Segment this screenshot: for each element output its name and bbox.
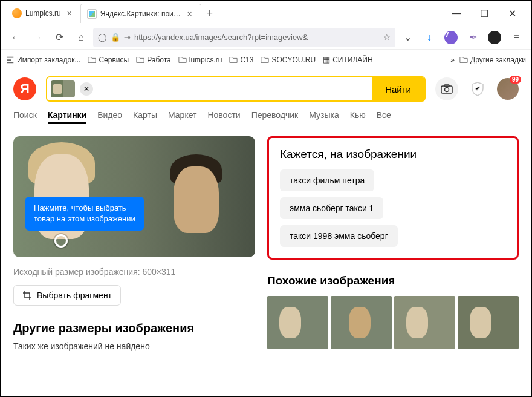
tooltip-line: Нажмите, чтобы выбрать [34,203,135,214]
minimize-button[interactable]: — [443,4,470,23]
nav-market[interactable]: Маркет [168,110,196,124]
nav-images[interactable]: Картинки [48,110,86,124]
similar-image-result[interactable] [331,296,392,349]
similar-image-result[interactable] [458,296,519,349]
tooltip-line: товар на этом изображении [34,214,135,225]
url-text: https://yandex.ua/images/search?rpt=imag… [134,33,380,42]
forward-button[interactable]: → [28,28,47,47]
nav-maps[interactable]: Карты [133,110,157,124]
bm-label: SOCYOU.RU [271,56,316,64]
page-content: Я ✕ Найти 99 Поиск Картинки Видео Карты … [1,70,531,396]
other-sizes-title: Другие размеры изображения [13,321,255,335]
bookmark-folder[interactable]: Сервисы [88,56,129,64]
search-button[interactable]: Найти [372,77,424,100]
similar-title: Похожие изображения [267,274,519,287]
service-nav: Поиск Картинки Видео Карты Маркет Новост… [13,110,519,124]
suggestion-chip[interactable]: такси фильм петра [280,169,374,191]
similar-images-section: Похожие изображения [267,274,519,349]
bookmark-item[interactable]: ▦СИТИЛАЙН [323,55,372,64]
uploaded-image-preview[interactable]: Нажмите, чтобы выбрать товар на этом изо… [13,136,255,257]
suggestion-chip[interactable]: эмма сьоберг такси 1 [280,197,383,219]
bookmark-folder[interactable]: SOCYOU.RU [261,56,316,64]
nav-translate[interactable]: Переводчик [251,110,299,124]
menu-icon[interactable]: ≡ [507,28,526,47]
camera-icon [441,84,453,94]
lumpics-favicon [12,8,22,18]
nav-search[interactable]: Поиск [13,110,37,124]
bm-label: C13 [240,56,253,64]
user-avatar[interactable]: 99 [497,78,519,100]
bm-label: Другие закладки [470,56,526,64]
nav-q[interactable]: Кью [350,110,366,124]
import-bookmarks[interactable]: Импорт закладок... [6,56,80,64]
bookmarks-bar: Импорт закладок... Сервисы Работа lumpic… [1,50,531,70]
back-button[interactable]: ← [6,28,25,47]
close-icon[interactable]: × [185,9,195,19]
svg-point-1 [445,88,449,92]
bookmark-folder[interactable]: lumpics.ru [178,56,222,64]
browser-toolbar: ← → ⟳ ⌂ ◯ 🔒 ⊸ https://yandex.ua/images/s… [1,25,531,50]
folder-icon [261,56,269,64]
import-label: Импорт закладок... [17,56,80,64]
extension-dark-icon[interactable] [485,28,504,47]
bm-label: Сервисы [99,56,129,64]
maximize-button[interactable]: ☐ [470,4,498,23]
tab-lumpics[interactable]: Lumpics.ru × [6,4,80,23]
address-bar[interactable]: ◯ 🔒 ⊸ https://yandex.ua/images/search?rp… [93,28,395,47]
yandex-logo[interactable]: Я [13,77,36,100]
other-sizes-empty: Таких же изображений не найдено [13,341,255,351]
nav-all[interactable]: Все [377,110,391,124]
close-window-button[interactable]: ✕ [498,4,526,23]
suggestion-chip[interactable]: такси 1998 эмма сьоберг [280,225,398,247]
nav-video[interactable]: Видео [97,110,122,124]
similar-image-result[interactable] [267,296,328,349]
import-icon [6,56,15,64]
image-content [174,166,219,233]
bm-label: Работа [147,56,171,64]
nav-music[interactable]: Музыка [309,110,339,124]
browser-tabs-bar: Lumpics.ru × Яндекс.Картинки: поиск по и… [1,1,531,25]
clear-image-button[interactable]: ✕ [80,82,93,96]
permissions-icon: ⊸ [124,33,131,42]
shield-icon[interactable] [468,79,487,99]
crop-icon [22,290,32,300]
folder-icon [178,56,187,64]
camera-search-button[interactable] [435,77,458,100]
overflow-icon[interactable]: » [450,56,455,64]
new-tab-button[interactable]: + [201,5,218,22]
lock-icon: 🔒 [111,33,120,42]
star-icon[interactable]: ☆ [383,33,391,42]
home-button[interactable]: ⌂ [71,28,91,47]
bm-label: СИТИЛАЙН [332,56,372,64]
product-tooltip: Нажмите, чтобы выбрать товар на этом изо… [25,197,144,231]
crop-label: Выбрать фрагмент [37,290,112,300]
reload-button[interactable]: ⟳ [50,28,69,47]
extension-v-icon[interactable]: V [441,28,461,47]
other-bookmarks[interactable]: Другие закладки [459,56,526,64]
shield-icon: ◯ [98,33,107,42]
notification-badge: 99 [510,76,521,84]
nav-news[interactable]: Новости [207,110,240,124]
yandex-images-favicon [87,9,97,19]
download-icon[interactable]: ↓ [420,28,439,47]
pocket-icon[interactable]: ⌄ [398,28,417,47]
folder-icon [459,56,468,64]
folder-icon [229,56,238,64]
folder-icon [136,56,144,64]
close-icon[interactable]: × [65,8,74,18]
crop-fragment-button[interactable]: Выбрать фрагмент [13,285,121,306]
tab-title: Яндекс.Картинки: поиск по из [100,10,181,18]
feather-icon[interactable]: ✒ [463,28,482,47]
tab-title: Lumpics.ru [25,9,61,18]
similar-image-result[interactable] [394,296,455,349]
site-icon: ▦ [323,55,330,64]
search-box[interactable]: ✕ Найти [46,76,426,102]
bookmark-folder[interactable]: Работа [136,56,171,64]
suggestions-title: Кажется, на изображении [280,148,506,161]
product-hotspot[interactable] [54,234,68,248]
image-dimensions-text: Исходный размер изображения: 600×311 [13,267,255,277]
bm-label: lumpics.ru [189,56,222,64]
tab-yandex-images[interactable]: Яндекс.Картинки: поиск по из × [80,4,201,23]
bookmark-folder[interactable]: C13 [229,56,253,64]
search-image-thumb [51,80,75,97]
